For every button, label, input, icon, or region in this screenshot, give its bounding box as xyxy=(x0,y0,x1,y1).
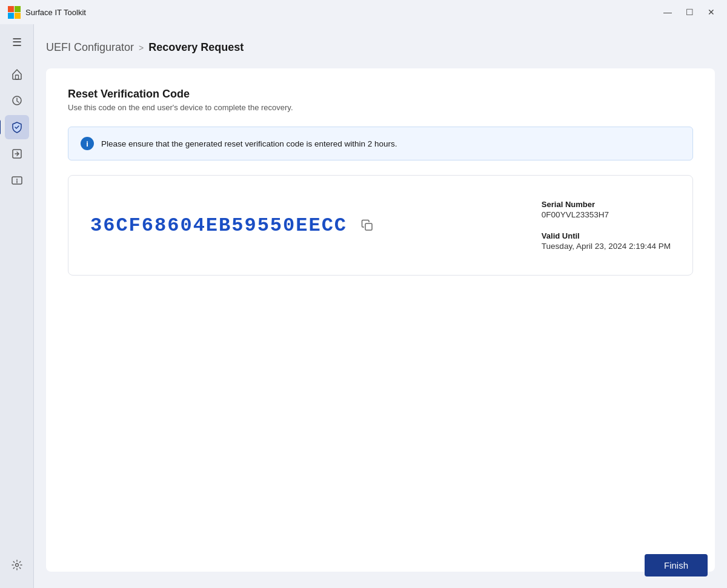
sidebar-item-info[interactable] xyxy=(5,168,29,193)
app-logo-icon xyxy=(7,5,21,19)
breadcrumb-current: Recovery Request xyxy=(148,41,244,54)
sidebar-item-update[interactable] xyxy=(5,88,29,113)
app-body: ☰ xyxy=(0,24,727,588)
info-banner-text: Please ensure that the generated reset v… xyxy=(101,139,397,148)
svg-rect-2 xyxy=(8,13,14,19)
serial-number-group: Serial Number 0F00YVL23353H7 xyxy=(542,200,671,219)
serial-number-label: Serial Number xyxy=(542,200,671,209)
svg-rect-3 xyxy=(15,13,21,19)
info-banner-icon: i xyxy=(81,137,94,150)
sidebar-top: ☰ xyxy=(0,30,33,193)
valid-until-group: Valid Until Tuesday, April 23, 2024 2:19… xyxy=(542,231,671,251)
svg-rect-10 xyxy=(365,223,372,230)
sidebar-menu-toggle[interactable]: ☰ xyxy=(5,30,29,55)
app-title: Surface IT Toolkit xyxy=(25,8,86,17)
title-bar-left: Surface IT Toolkit xyxy=(7,5,86,19)
breadcrumb: UEFI Configurator > Recovery Request xyxy=(46,24,727,68)
breadcrumb-separator: > xyxy=(139,43,144,53)
svg-rect-0 xyxy=(8,6,14,12)
sidebar-item-uefi[interactable] xyxy=(5,115,29,139)
section-subtitle: Use this code on the end user's device t… xyxy=(68,103,693,112)
code-card: 36CF68604EB59550EECC Serial Number 0F00Y… xyxy=(68,175,693,276)
svg-rect-1 xyxy=(15,6,21,12)
footer-bar: Finish xyxy=(0,542,727,588)
info-banner: i Please ensure that the generated reset… xyxy=(68,127,693,160)
copy-button[interactable] xyxy=(357,215,377,236)
hamburger-icon: ☰ xyxy=(12,37,22,48)
uefi-shield-icon xyxy=(11,121,23,133)
minimize-button[interactable]: — xyxy=(659,4,676,21)
svg-point-8 xyxy=(16,179,18,180)
code-left: 36CF68604EB59550EECC xyxy=(90,214,377,237)
verification-code: 36CF68604EB59550EECC xyxy=(90,214,347,237)
deploy-icon xyxy=(11,148,23,160)
valid-until-label: Valid Until xyxy=(542,231,671,240)
finish-button[interactable]: Finish xyxy=(645,554,708,576)
serial-number-value: 0F00YVL23353H7 xyxy=(542,210,671,219)
title-bar: Surface IT Toolkit — ☐ ✕ xyxy=(0,0,727,24)
main-content: UEFI Configurator > Recovery Request Res… xyxy=(34,24,727,588)
close-button[interactable]: ✕ xyxy=(703,4,720,21)
sidebar-item-home[interactable] xyxy=(5,62,29,86)
svg-rect-4 xyxy=(15,75,18,79)
section-header: Reset Verification Code Use this code on… xyxy=(68,88,693,112)
valid-until-value: Tuesday, April 23, 2024 2:19:44 PM xyxy=(542,242,671,251)
copy-icon xyxy=(360,219,374,232)
sidebar: ☰ xyxy=(0,24,34,588)
card-container: Reset Verification Code Use this code on… xyxy=(46,68,715,572)
sidebar-item-deploy[interactable] xyxy=(5,142,29,166)
breadcrumb-parent: UEFI Configurator xyxy=(46,41,134,54)
home-icon xyxy=(11,68,23,80)
info-nav-icon xyxy=(11,174,23,187)
update-icon xyxy=(11,94,23,107)
section-title: Reset Verification Code xyxy=(68,88,693,101)
maximize-button[interactable]: ☐ xyxy=(681,4,698,21)
code-right: Serial Number 0F00YVL23353H7 Valid Until… xyxy=(542,200,671,251)
window-controls: — ☐ ✕ xyxy=(659,4,720,21)
